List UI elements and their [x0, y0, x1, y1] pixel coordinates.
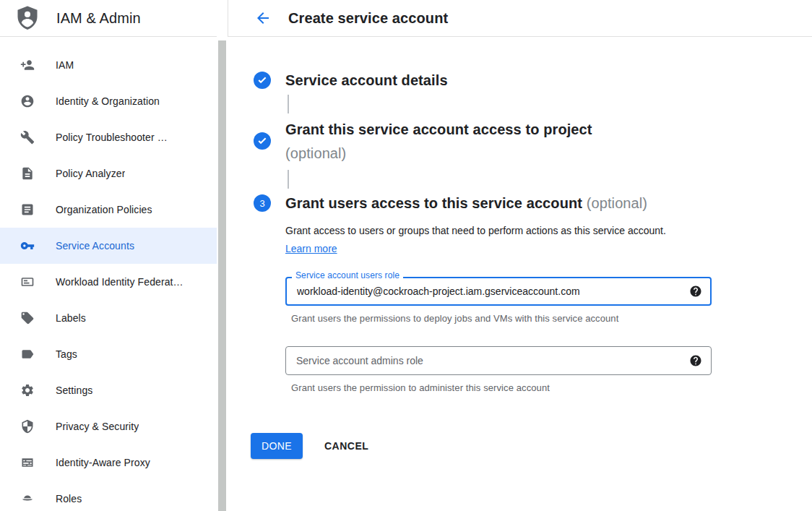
- sidebar-scrollbar: [217, 0, 228, 511]
- step-3-description: Grant access to users or groups that nee…: [285, 222, 679, 258]
- step-1-title: Service account details: [285, 70, 448, 90]
- hat-icon: [20, 491, 35, 506]
- step-3-optional-label: (optional): [587, 195, 647, 211]
- step-2-row: Grant this service account access to pro…: [254, 118, 812, 166]
- sidebar-item-label: Policy Analyzer: [56, 168, 125, 179]
- document-gear-icon: [20, 166, 35, 181]
- service-account-key-icon: [20, 239, 35, 253]
- create-service-account-page: IAM & Admin IAM Identity & Organization …: [0, 0, 812, 511]
- admins-role-field-container: [285, 346, 712, 375]
- sidebar-nav: IAM Identity & Organization Policy Troub…: [0, 37, 217, 511]
- sidebar-item-label: Tags: [56, 348, 77, 360]
- admins-role-helper-text: Grant users the permission to administer…: [291, 382, 712, 393]
- person-add-icon: [20, 58, 35, 72]
- sidebar-item-organization-policies[interactable]: Organization Policies: [0, 192, 217, 228]
- learn-more-link[interactable]: Learn more: [285, 243, 337, 254]
- sidebar-item-iam[interactable]: IAM: [0, 47, 217, 83]
- wizard-content: Service account details Grant this servi…: [228, 70, 812, 459]
- sidebar-item-policy-troubleshooter[interactable]: Policy Troubleshooter …: [0, 119, 217, 155]
- sidebar-item-label: Roles: [56, 493, 82, 504]
- step-number: 3: [254, 194, 271, 212]
- tag-arrow-icon: [20, 347, 35, 361]
- sidebar-item-identity-organization[interactable]: Identity & Organization: [0, 83, 217, 119]
- sidebar-item-label: Service Accounts: [56, 240, 134, 252]
- step-3-body: Grant users access to this service accou…: [285, 193, 712, 393]
- users-role-field-label: Service account users role: [292, 270, 403, 280]
- shield-person-icon: [14, 5, 40, 31]
- price-tag-icon: [20, 311, 35, 325]
- sidebar-item-label: Identity-Aware Proxy: [56, 457, 150, 468]
- users-role-input[interactable]: [285, 277, 712, 306]
- step-3-title-text: Grant users access to this service accou…: [285, 195, 582, 211]
- sidebar-item-policy-analyzer[interactable]: Policy Analyzer: [0, 155, 217, 192]
- page-title: Create service account: [288, 10, 448, 27]
- proxy-grid-icon: [20, 455, 35, 470]
- done-button[interactable]: DONE: [251, 433, 303, 459]
- step-1-row: Service account details: [254, 70, 812, 90]
- sidebar-item-label: Identity & Organization: [56, 95, 160, 107]
- article-icon: [20, 202, 35, 217]
- gear-icon: [20, 383, 35, 398]
- sidebar-item-label: Privacy & Security: [56, 421, 139, 432]
- sidebar-item-label: Policy Troubleshooter …: [56, 132, 168, 143]
- sidebar-item-labels[interactable]: Labels: [0, 300, 217, 336]
- sidebar-item-label: IAM: [56, 59, 74, 71]
- sidebar-item-label: Workload Identity Federat…: [56, 276, 183, 288]
- step-2-title-text: Grant this service account access to pro…: [285, 121, 592, 137]
- help-icon[interactable]: [689, 285, 702, 298]
- sidebar-item-service-accounts[interactable]: Service Accounts: [0, 228, 217, 264]
- users-role-field-container: Service account users role: [285, 277, 712, 306]
- iam-admin-sidebar: IAM & Admin IAM Identity & Organization …: [0, 0, 217, 511]
- step-connector: [288, 170, 289, 189]
- step-3-title: Grant users access to this service accou…: [285, 193, 712, 213]
- users-role-helper-text: Grant users the permissions to deploy jo…: [291, 313, 712, 324]
- step-3-row: 3 Grant users access to this service acc…: [254, 193, 812, 393]
- main-panel: Create service account Service account d…: [228, 0, 812, 511]
- sidebar-item-settings[interactable]: Settings: [0, 372, 217, 408]
- help-icon[interactable]: [689, 354, 702, 367]
- sidebar-item-privacy-security[interactable]: Privacy & Security: [0, 408, 217, 445]
- sidebar-item-identity-aware-proxy[interactable]: Identity-Aware Proxy: [0, 445, 217, 481]
- page-header: Create service account: [228, 0, 812, 37]
- wrench-icon: [20, 130, 35, 145]
- sidebar-item-roles[interactable]: Roles: [0, 481, 217, 511]
- sidebar-item-tags[interactable]: Tags: [0, 336, 217, 372]
- cancel-button[interactable]: CANCEL: [324, 440, 368, 452]
- account-circle-icon: [20, 94, 35, 108]
- id-card-icon: [20, 275, 35, 289]
- step-connector: [288, 95, 289, 113]
- sidebar-item-label: Settings: [56, 385, 92, 396]
- wizard-actions: DONE CANCEL: [251, 433, 812, 459]
- step-complete-check-icon: [254, 132, 271, 150]
- step-3-number-badge: 3: [254, 194, 271, 212]
- sidebar-item-label: Organization Policies: [56, 204, 152, 215]
- sidebar-item-workload-identity-federation[interactable]: Workload Identity Federat…: [0, 264, 217, 300]
- product-title: IAM & Admin: [56, 10, 141, 27]
- sidebar-scrollbar-thumb[interactable]: [218, 40, 226, 511]
- sidebar-item-label: Labels: [56, 312, 86, 324]
- step-complete-check-icon: [254, 72, 271, 89]
- back-arrow-icon[interactable]: [254, 9, 272, 27]
- step-2-optional-label: (optional): [285, 142, 592, 166]
- shield-half-icon: [20, 419, 35, 434]
- admins-role-input[interactable]: [285, 346, 712, 375]
- step-2-title: Grant this service account access to pro…: [285, 118, 592, 166]
- sidebar-header: IAM & Admin: [0, 0, 217, 37]
